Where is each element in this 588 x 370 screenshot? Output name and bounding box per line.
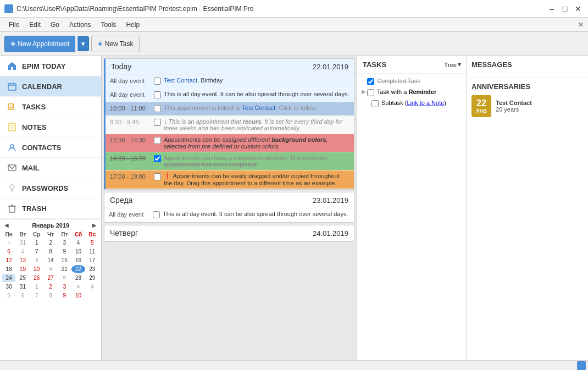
event-check-completed[interactable]: [154, 154, 164, 164]
checkbox-wed-allday[interactable]: [153, 211, 160, 218]
checkbox-completed[interactable]: [154, 155, 161, 162]
event-check-allday1[interactable]: [154, 76, 164, 86]
mini-cal-day-feb8[interactable]: 8: [44, 291, 57, 300]
mini-cal-day-jan5[interactable]: 5: [86, 239, 99, 247]
test-contact-link-linked[interactable]: Test Contact: [242, 104, 275, 111]
menu-actions[interactable]: Actions: [65, 20, 95, 30]
sidebar-item-passwords[interactable]: PASSWORDS: [0, 178, 101, 198]
mini-cal-day-jan7[interactable]: 7: [30, 247, 43, 256]
checkbox-allday1[interactable]: [154, 78, 161, 85]
mini-cal-prev[interactable]: ◀: [2, 222, 11, 229]
menu-edit[interactable]: Edit: [25, 20, 45, 30]
minimize-button[interactable]: –: [546, 3, 557, 14]
event-check-wed-allday[interactable]: [153, 210, 163, 220]
mini-cal-day-jan22[interactable]: 22: [71, 265, 85, 273]
checkbox-drag[interactable]: [154, 173, 161, 180]
mini-cal-day-jan10[interactable]: 10: [71, 247, 85, 256]
sidebar-item-notes[interactable]: NOTES: [0, 117, 101, 137]
new-task-button[interactable]: + New Task: [91, 36, 139, 52]
event-check-linked[interactable]: [154, 104, 164, 114]
mini-cal-day-jan14[interactable]: 14: [44, 256, 57, 264]
event-drag[interactable]: 17:00 - 19:00 ❗ Appointments can be easi…: [106, 170, 354, 189]
mini-cal-day-jan1[interactable]: 1: [30, 239, 43, 247]
mini-cal-day-dec31[interactable]: 31: [16, 239, 29, 247]
mini-cal-day-feb6[interactable]: 6: [16, 291, 29, 300]
mini-cal-day-jan15[interactable]: 15: [58, 256, 71, 264]
mini-cal-day-jan17[interactable]: 17: [86, 256, 99, 264]
event-recurring[interactable]: 8:30 - 9:45 ↓ This is an appointment tha…: [106, 116, 354, 134]
mini-cal-day-feb7[interactable]: 7: [30, 291, 43, 300]
sidebar-item-calendar[interactable]: CALENDAR: [0, 76, 101, 97]
task-check-completed[interactable]: [367, 78, 374, 85]
event-completed[interactable]: 14:30 - 16:70 Appointments can have a co…: [106, 152, 354, 170]
menu-help[interactable]: Help: [121, 20, 144, 30]
mini-cal-day-jan23[interactable]: 23: [86, 265, 99, 273]
event-wed-allday[interactable]: All day event This is all day event. It …: [104, 208, 354, 222]
task-check-subtask[interactable]: [371, 100, 379, 107]
task-reminder[interactable]: ▶ Task with a Reminder: [357, 87, 467, 98]
mini-cal-next[interactable]: ▶: [90, 222, 99, 229]
event-linked[interactable]: 10:00 - 11:00 This appointment is linked…: [106, 102, 354, 116]
mini-cal-day-jan4[interactable]: 4: [71, 239, 85, 247]
checkbox-allday2[interactable]: [154, 91, 161, 98]
mini-cal-day-jan16[interactable]: 16: [71, 256, 85, 264]
sidebar-item-trash[interactable]: TRASH: [0, 198, 101, 219]
mini-cal-day-jan28[interactable]: 28: [71, 274, 85, 282]
mini-cal-day-jan21[interactable]: 21: [58, 265, 71, 273]
checkbox-bg[interactable]: [154, 137, 161, 144]
event-check-drag[interactable]: [154, 172, 164, 182]
checkbox-recurring[interactable]: [154, 119, 161, 126]
mini-cal-day-jan8[interactable]: 8: [44, 247, 57, 256]
menu-tools[interactable]: Tools: [96, 20, 120, 30]
appointment-dropdown-button[interactable]: ▾: [77, 36, 89, 51]
mini-cal-day-jan19[interactable]: 19: [16, 265, 29, 273]
event-check-recurring[interactable]: [154, 118, 164, 128]
mini-cal-day-feb4[interactable]: 4: [86, 283, 99, 291]
new-appointment-button[interactable]: + New Appointment: [4, 36, 75, 52]
mini-cal-day-jan11[interactable]: 11: [86, 247, 99, 256]
event-check-bg[interactable]: [154, 136, 164, 146]
mini-cal-day-jan13[interactable]: 13: [16, 256, 29, 264]
mini-cal-day-feb2[interactable]: 2: [44, 283, 57, 291]
mini-cal-day-jan26[interactable]: 26: [30, 274, 43, 282]
event-bg-colors[interactable]: 12:30 - 14:30 Appointments can be assign…: [106, 134, 354, 152]
mini-cal-day-feb1[interactable]: 1: [30, 283, 43, 291]
sidebar-item-epim-today[interactable]: EPIM TODAY: [0, 56, 101, 76]
mini-cal-day-feb9[interactable]: 9: [58, 291, 71, 300]
menu-file[interactable]: File: [4, 20, 24, 30]
menu-go[interactable]: Go: [46, 20, 64, 30]
mini-cal-day-feb3[interactable]: 3: [58, 283, 71, 291]
mini-cal-day-jan24[interactable]: 24: [2, 274, 15, 282]
mini-cal-day-jan27[interactable]: 27: [44, 274, 57, 282]
task-expand-2[interactable]: ▶: [362, 89, 367, 95]
mini-cal-day-jan29[interactable]: 29: [86, 274, 99, 282]
tasks-tree-btn[interactable]: Tree ▾: [444, 61, 461, 68]
task-subtask[interactable]: Subtask (Link to a Note): [357, 98, 467, 109]
maximize-button[interactable]: □: [559, 3, 570, 14]
mini-cal-day-jan3[interactable]: 3: [58, 239, 71, 247]
sidebar-item-mail[interactable]: MAIL: [0, 158, 101, 178]
sidebar-item-contacts[interactable]: CONTACTS: [0, 137, 101, 158]
mini-cal-day-jan12[interactable]: 12: [2, 256, 15, 264]
note-link[interactable]: Link to a Note: [407, 100, 444, 106]
mini-cal-day-jan2[interactable]: 2: [44, 239, 57, 247]
task-check-reminder[interactable]: [367, 89, 374, 96]
mini-cal-day-jan31[interactable]: 31: [16, 283, 29, 291]
mini-cal-day-jan9[interactable]: 9: [58, 247, 71, 256]
event-check-allday2[interactable]: [154, 90, 164, 100]
sidebar-item-tasks[interactable]: TASKS: [0, 97, 101, 117]
mini-cal-day-feb10[interactable]: 10: [71, 291, 85, 300]
close-button[interactable]: ✕: [573, 3, 584, 14]
task-completed[interactable]: Completed Task: [357, 76, 467, 87]
test-contact-link-birthday[interactable]: Test Contact: [164, 77, 197, 84]
mini-cal-day-feb5[interactable]: 5: [2, 291, 15, 300]
event-allday2[interactable]: All day event This is all day event. It …: [106, 89, 354, 102]
mini-cal-day-jan30[interactable]: 30: [2, 283, 15, 291]
event-birthday[interactable]: All day event Test Contact. Birthday: [106, 75, 354, 89]
mini-cal-day-jan20[interactable]: 20: [30, 265, 43, 273]
menubar-close[interactable]: ✕: [578, 21, 584, 29]
mini-cal-day-jan18[interactable]: 18: [2, 265, 15, 273]
mini-cal-day-jan25[interactable]: 25: [16, 274, 29, 282]
mini-cal-day-jan6[interactable]: 6: [2, 247, 15, 256]
checkbox-linked[interactable]: [154, 105, 161, 112]
